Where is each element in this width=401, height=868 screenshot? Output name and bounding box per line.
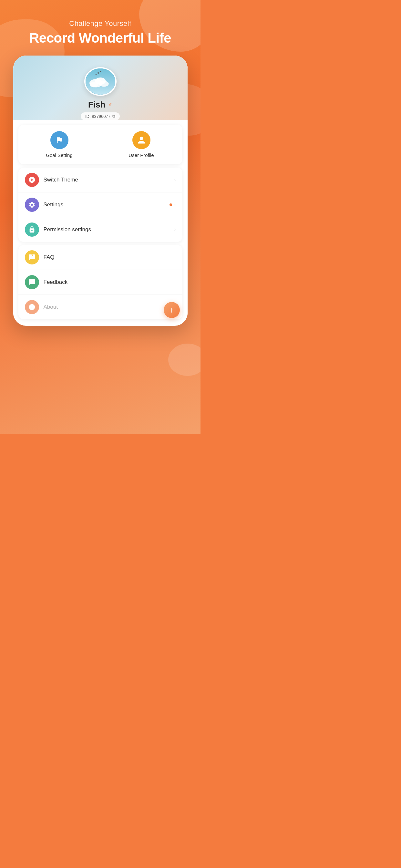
menu-item-settings[interactable]: Settings ›: [19, 192, 182, 217]
quick-actions-section: Goal Setting User Profile: [19, 125, 182, 164]
feedback-label: Feedback: [43, 279, 176, 285]
permission-settings-chevron: ›: [174, 227, 176, 232]
menu-section-1: Switch Theme › Settings ›: [19, 167, 182, 242]
settings-label: Settings: [43, 202, 170, 208]
header-subtitle: Challenge Yourself: [0, 20, 201, 28]
user-id-text: ID: 83796077: [85, 114, 111, 119]
menu-item-faq[interactable]: FAQ: [19, 245, 182, 270]
svg-point-3: [99, 81, 109, 87]
about-icon-bg: [25, 300, 39, 314]
fab-scroll-up-button[interactable]: ↑: [164, 302, 180, 318]
user-name: Fish: [88, 100, 105, 110]
goal-setting-label: Goal Setting: [46, 152, 73, 158]
faq-icon-bg: [25, 250, 39, 265]
menu-item-about[interactable]: About: [19, 295, 182, 319]
user-name-row: Fish ♂: [88, 100, 112, 110]
gender-icon: ♂: [108, 101, 112, 108]
about-label: About: [43, 304, 176, 310]
avatar-inner: [86, 68, 115, 95]
user-profile-icon-bg: [132, 131, 150, 149]
menu-item-permission-settings[interactable]: Permission settings ›: [19, 217, 182, 242]
quick-action-goal-setting[interactable]: Goal Setting: [19, 131, 100, 158]
feedback-icon-bg: [25, 275, 39, 289]
header-section: Challenge Yourself Record Wonderful Life: [0, 0, 201, 46]
permission-settings-icon-bg: [25, 222, 39, 237]
phone-card: Fish ♂ ID: 83796077 ⧉ Goal Setting: [13, 56, 188, 326]
menu-section-2: FAQ Feedback: [19, 245, 182, 319]
permission-settings-label: Permission settings: [43, 226, 174, 233]
menu-item-feedback[interactable]: Feedback: [19, 270, 182, 295]
copy-icon: ⧉: [112, 114, 115, 119]
switch-theme-icon-bg: [25, 173, 39, 187]
goal-setting-icon-bg: [50, 131, 68, 149]
phone-inner: Fish ♂ ID: 83796077 ⧉ Goal Setting: [13, 56, 188, 319]
user-profile-label: User Profile: [128, 152, 154, 158]
settings-chevron: ›: [174, 202, 176, 208]
user-id-badge[interactable]: ID: 83796077 ⧉: [81, 113, 120, 120]
blob-decoration-4: [168, 344, 201, 376]
menu-item-switch-theme[interactable]: Switch Theme ›: [19, 167, 182, 192]
profile-header: Fish ♂ ID: 83796077 ⧉: [13, 56, 188, 120]
fab-icon: ↑: [170, 306, 174, 314]
svg-point-4: [89, 82, 98, 88]
avatar[interactable]: [84, 67, 117, 96]
background: Challenge Yourself Record Wonderful Life: [0, 0, 201, 434]
settings-dot: [169, 204, 172, 206]
settings-icon-bg: [25, 197, 39, 212]
switch-theme-chevron: ›: [174, 177, 176, 183]
switch-theme-label: Switch Theme: [43, 177, 174, 183]
header-main-title: Record Wonderful Life: [0, 30, 201, 46]
faq-label: FAQ: [43, 254, 176, 260]
quick-action-user-profile[interactable]: User Profile: [100, 131, 182, 158]
